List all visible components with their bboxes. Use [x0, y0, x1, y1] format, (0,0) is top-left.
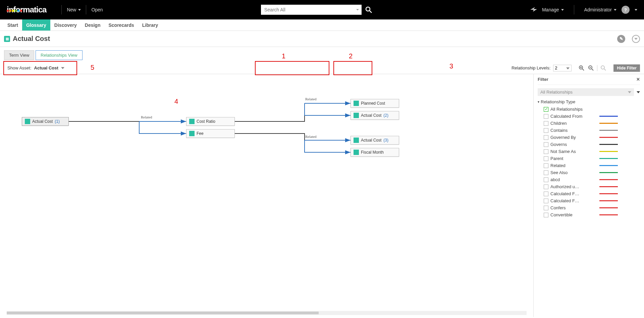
content-area: 4 Related Related Related Actual Cost: [0, 74, 644, 317]
term-icon: [354, 150, 359, 155]
zoom-controls: [578, 65, 607, 71]
filter-row[interactable]: Authorized u…: [538, 183, 640, 190]
horizontal-scrollbar[interactable]: [7, 311, 527, 315]
annotation-number-4: 4: [174, 98, 178, 105]
checkbox[interactable]: [544, 170, 548, 175]
comment-icon[interactable]: ✎: [617, 35, 625, 43]
chevron-down-icon: [628, 91, 631, 93]
chevron-down-icon[interactable]: [637, 91, 640, 93]
color-swatch: [599, 116, 618, 117]
tab-design[interactable]: Design: [81, 19, 105, 31]
filter-row[interactable]: Calculated F…: [538, 197, 640, 204]
term-view-button[interactable]: Term View: [4, 50, 34, 60]
edge-label: Related: [305, 135, 317, 139]
checkbox[interactable]: [544, 199, 548, 203]
checkbox[interactable]: [544, 142, 548, 147]
filter-row[interactable]: Contains: [538, 127, 640, 134]
filter-row[interactable]: abcd: [538, 176, 640, 183]
svg-line-3: [582, 69, 584, 70]
filter-row[interactable]: See Also: [538, 169, 640, 176]
filter-row[interactable]: Parent: [538, 155, 640, 162]
filter-label: Confers: [550, 205, 597, 210]
tab-library[interactable]: Library: [138, 19, 162, 31]
manage-menu[interactable]: Manage: [542, 7, 564, 12]
search-wrapper: [261, 5, 362, 15]
relationships-view-button[interactable]: Relationships View: [36, 50, 83, 60]
filter-label: Calculated F…: [550, 191, 597, 196]
svg-line-7: [592, 69, 593, 70]
filter-row[interactable]: Children: [538, 120, 640, 127]
filter-row[interactable]: Related: [538, 162, 640, 169]
zoom-in-button[interactable]: [578, 65, 585, 71]
user-menu[interactable]: Administrator: [584, 7, 616, 12]
expand-icon[interactable]: [632, 35, 640, 43]
tab-scorecards[interactable]: Scorecards: [104, 19, 138, 31]
open-menu[interactable]: Open: [91, 7, 103, 12]
scroll-thumb[interactable]: [7, 312, 319, 314]
filter-section-head[interactable]: ▾ Relationship Type: [538, 99, 640, 104]
color-swatch: [599, 151, 618, 152]
checkbox[interactable]: [544, 177, 548, 182]
help-icon[interactable]: ?: [622, 6, 630, 14]
new-menu[interactable]: New: [67, 7, 81, 12]
filter-scope-dropdown[interactable]: All Relationships: [538, 88, 640, 96]
zoom-reset-button[interactable]: [600, 65, 607, 71]
color-swatch: [599, 158, 618, 159]
checkbox[interactable]: [544, 128, 548, 133]
node-cost-ratio[interactable]: Cost Ratio: [186, 117, 235, 126]
filter-row[interactable]: ✓All Relationships: [538, 106, 640, 113]
search-input[interactable]: [261, 5, 362, 15]
filter-rows: ✓All RelationshipsCalculated FromChildre…: [538, 106, 640, 218]
zoom-out-button[interactable]: [588, 65, 594, 71]
checkbox[interactable]: [544, 121, 548, 126]
node-fee[interactable]: Fee: [186, 129, 235, 138]
term-icon: [354, 101, 359, 106]
node-actual-cost-3[interactable]: Actual Cost (3): [351, 136, 399, 145]
filter-row[interactable]: Not Same As: [538, 148, 640, 155]
tab-discovery[interactable]: Discovery: [50, 19, 81, 31]
checkbox[interactable]: [544, 149, 548, 154]
checkbox[interactable]: ✓: [544, 107, 548, 112]
filter-panel: Filter ✕ All Relationships ▾ Relationshi…: [533, 74, 644, 317]
show-asset-selector[interactable]: Show Asset: Actual Cost: [4, 64, 68, 72]
edges: [0, 74, 533, 317]
checkbox[interactable]: [544, 135, 548, 140]
filter-row[interactable]: Confers: [538, 204, 640, 211]
show-asset-value: Actual Cost: [34, 65, 58, 70]
checkbox[interactable]: [544, 184, 548, 189]
color-swatch: [599, 193, 618, 194]
checkbox[interactable]: [544, 114, 548, 119]
node-actual-cost-2[interactable]: Actual Cost (2): [351, 111, 399, 120]
filter-label: Governed By: [550, 135, 597, 140]
divider: [86, 5, 86, 14]
chevron-down-icon[interactable]: [356, 9, 359, 10]
filter-header: Filter ✕: [538, 77, 640, 85]
filter-label: Contains: [550, 128, 597, 133]
search-icon[interactable]: [365, 6, 372, 13]
tab-glossary[interactable]: Glossary: [22, 19, 50, 31]
chevron-down-icon: [614, 9, 616, 11]
filter-label: See Also: [550, 170, 597, 175]
filter-row[interactable]: Governs: [538, 141, 640, 148]
tab-start[interactable]: Start: [3, 19, 22, 31]
filter-label: All Relationships: [550, 107, 597, 112]
node-actual-cost-root[interactable]: Actual Cost (1): [22, 117, 69, 126]
relationship-canvas[interactable]: 4 Related Related Related Actual Cost: [0, 74, 533, 317]
color-swatch: [599, 207, 618, 208]
node-fiscal-month[interactable]: Fiscal Month: [351, 148, 399, 157]
flag-icon[interactable]: [530, 7, 537, 12]
hide-filter-button[interactable]: Hide Filter: [613, 64, 640, 72]
checkbox[interactable]: [544, 206, 548, 210]
checkbox[interactable]: [544, 192, 548, 196]
chevron-down-icon[interactable]: [566, 67, 570, 69]
checkbox[interactable]: [544, 213, 548, 217]
chevron-down-icon[interactable]: [635, 9, 637, 11]
node-planned-cost[interactable]: Planned Cost: [351, 99, 399, 108]
filter-row[interactable]: Governed By: [538, 134, 640, 141]
filter-row[interactable]: Calculated From: [538, 113, 640, 120]
filter-row[interactable]: Convertible: [538, 211, 640, 218]
close-icon[interactable]: ✕: [636, 77, 640, 82]
checkbox[interactable]: [544, 156, 548, 161]
checkbox[interactable]: [544, 163, 548, 168]
filter-row[interactable]: Calculated F…: [538, 190, 640, 197]
